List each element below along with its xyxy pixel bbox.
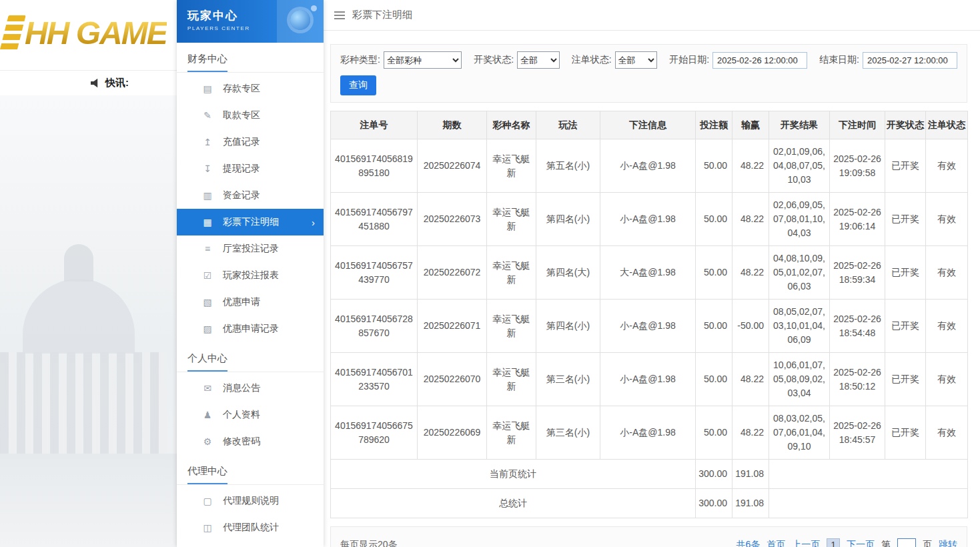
sidebar-item-label: 消息公告 (223, 382, 260, 394)
sidebar-section-personal: 个人中心 消息公告 个人资料 修改密码 (177, 342, 324, 455)
prev-page-link[interactable]: 上一页 (792, 539, 820, 547)
cell-bet-amount: 50.00 (696, 246, 732, 300)
first-page-link[interactable]: 首页 (767, 539, 785, 547)
cell-lottery-name: 幸运飞艇新 (487, 406, 536, 460)
sidebar-item-agent-rules[interactable]: 代理规则说明 (177, 488, 324, 514)
sidebar-item-lottery-bet-detail[interactable]: 彩票下注明细 (177, 209, 324, 235)
cell-order-no: 401569174056797451880 (331, 193, 418, 246)
jump-suffix-label: 页 (923, 539, 932, 547)
grand-total-winloss: 191.08 (732, 489, 769, 518)
page-jump-input[interactable] (897, 538, 916, 547)
lottery-type-label: 彩种类型: (340, 54, 380, 66)
brand-band: HH GAME (0, 0, 177, 70)
sidebar-item-label: 优惠申请记录 (223, 323, 279, 335)
jump-button[interactable]: 跳转 (939, 539, 957, 547)
cell-bet-info: 小-A盘@1.98 (600, 193, 696, 246)
cell-order-status: 有效 (926, 406, 968, 460)
cell-period: 20250226070 (418, 353, 487, 406)
sidebar-item-promo-apply[interactable]: 优惠申请 (177, 289, 324, 316)
site-logo: HH GAME (4, 15, 167, 51)
total-count: 共6条 (736, 539, 760, 547)
cell-draw-result: 02,06,09,05,07,08,01,10,04,03 (769, 193, 830, 246)
cell-bet-info: 大-A盘@1.98 (600, 246, 696, 300)
cell-play: 第四名(小) (536, 300, 600, 353)
background-page: HH GAME 快讯: (0, 0, 177, 547)
cell-lottery-name: 幸运飞艇新 (487, 353, 536, 406)
lottery-bet-detail-icon (202, 217, 213, 227)
search-button[interactable]: 查询 (340, 75, 376, 95)
section-title-label: 财务中心 (187, 53, 227, 72)
col-header-order-status: 注单状态 (926, 111, 968, 139)
cell-bet-info: 小-A盘@1.98 (600, 139, 696, 193)
cell-bet-amount: 50.00 (696, 353, 732, 406)
grand-total-empty (769, 489, 968, 518)
sidebar-item-profile[interactable]: 个人资料 (177, 402, 324, 428)
jump-prefix-label: 第 (881, 539, 891, 547)
cell-period: 20250226071 (418, 300, 487, 353)
cell-play: 第三名(小) (536, 406, 600, 460)
cell-win-loss: -50.00 (732, 300, 769, 353)
current-page-summary-row: 当前页统计 300.00 191.08 (331, 460, 968, 489)
promo-apply-icon (202, 297, 213, 308)
col-header-lottery-name: 彩种名称 (487, 111, 536, 139)
cell-period: 20250226074 (418, 139, 487, 193)
cell-bet-time: 2025-02-26 19:06:14 (830, 193, 885, 246)
end-date-label: 结束日期: (819, 54, 859, 66)
current-page-number[interactable]: 1 (827, 538, 840, 547)
next-page-link[interactable]: 下一页 (847, 539, 875, 547)
end-date-input[interactable] (863, 52, 957, 69)
cell-bet-time: 2025-02-26 18:50:12 (830, 353, 885, 406)
bet-table-body: 401569174056819895180 20250226074 幸运飞艇新 … (331, 139, 968, 460)
cell-win-loss: 48.22 (732, 246, 769, 300)
table-row: 401569174056757439770 20250226072 幸运飞艇新 … (331, 246, 968, 300)
col-header-draw-status: 开奖状态 (885, 111, 926, 139)
cell-bet-info: 小-A盘@1.98 (600, 300, 696, 353)
cell-bet-amount: 50.00 (696, 139, 732, 193)
sidebar-item-messages[interactable]: 消息公告 (177, 375, 324, 402)
order-status-label: 注单状态: (572, 54, 612, 66)
sidebar-item-recharge-record[interactable]: 充值记录 (177, 129, 324, 155)
cell-draw-result: 02,01,09,06,04,08,07,05,10,03 (769, 139, 830, 193)
draw-status-select[interactable]: 全部 (517, 51, 560, 69)
recharge-record-icon (202, 137, 213, 147)
sidebar-item-agent-team-stats[interactable]: 代理团队统计 (177, 514, 324, 541)
sidebar-item-label: 修改密码 (223, 436, 260, 448)
pagination-controls: 共6条 首页 上一页 1 下一页 第 页 跳转 (736, 538, 957, 547)
sidebar-item-deposit-zone[interactable]: 存款专区 (177, 75, 324, 102)
sidebar-item-label: 玩家投注报表 (223, 269, 279, 282)
lottery-type-select[interactable]: 全部彩种 (384, 51, 462, 69)
col-header-period: 期数 (418, 111, 487, 139)
speaker-icon (91, 79, 101, 88)
col-header-draw-result: 开奖结果 (769, 111, 830, 139)
sidebar-item-withdrawal-record[interactable]: 提现记录 (177, 155, 324, 182)
globe-icon (277, 0, 324, 43)
promo-apply-record-icon (202, 324, 213, 334)
cell-bet-amount: 50.00 (696, 300, 732, 353)
filter-row: 彩种类型: 全部彩种 开奖状态: 全部 注单状态: 全部 开始日期: 结束日期: (340, 51, 957, 69)
menu-toggle-icon[interactable] (334, 11, 345, 19)
cell-bet-info: 小-A盘@1.98 (600, 406, 696, 460)
cell-draw-result: 08,03,02,05,07,06,01,04,09,10 (769, 406, 830, 460)
sidebar-item-hall-bet-record[interactable]: 厅室投注记录 (177, 235, 324, 262)
sidebar-item-player-bet-report[interactable]: 玩家投注报表 (177, 262, 324, 289)
cell-bet-amount: 50.00 (696, 406, 732, 460)
cell-win-loss: 48.22 (732, 353, 769, 406)
main-panel: 彩票下注明细 彩种类型: 全部彩种 开奖状态: 全部 注单状态: 全部 开始日期… (324, 0, 980, 547)
sidebar-item-funds-record[interactable]: 资金记录 (177, 182, 324, 209)
cell-draw-status: 已开奖 (885, 300, 926, 353)
cell-period: 20250226073 (418, 193, 487, 246)
sidebar-item-promo-apply-record[interactable]: 优惠申请记录 (177, 316, 324, 342)
photo-base-shape (0, 454, 177, 547)
table-row: 401569174056728857670 20250226071 幸运飞艇新 … (331, 300, 968, 353)
current-page-amount-total: 300.00 (696, 460, 732, 489)
sidebar-section-agent: 代理中心 代理规则说明 代理团队统计 (177, 455, 324, 541)
sidebar-item-change-password[interactable]: 修改密码 (177, 428, 324, 455)
sidebar-item-withdraw-zone[interactable]: 取款专区 (177, 102, 324, 129)
sidebar-item-label: 厅室投注记录 (223, 243, 279, 255)
cell-order-no: 401569174056757439770 (331, 246, 418, 300)
cell-lottery-name: 幸运飞艇新 (487, 193, 536, 246)
current-page-winloss-total: 191.08 (732, 460, 769, 489)
cell-order-no: 401569174056675789620 (331, 406, 418, 460)
start-date-input[interactable] (712, 52, 807, 69)
order-status-select[interactable]: 全部 (615, 51, 658, 69)
